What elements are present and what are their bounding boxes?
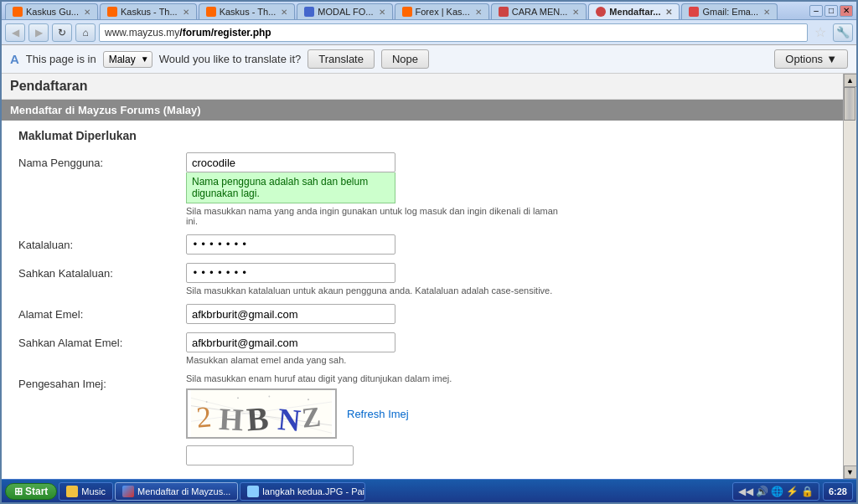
language-selector-wrapper: Malay ▼ (103, 51, 152, 68)
tab-favicon-5 (499, 7, 509, 17)
tab-favicon-6 (596, 7, 606, 17)
bookmark-button[interactable]: ☆ (811, 23, 830, 42)
email-field-container (186, 304, 521, 324)
tab-close-0[interactable]: ✕ (84, 8, 90, 17)
confirm-password-input[interactable] (186, 263, 395, 283)
refresh-captcha-link[interactable]: Refresh Imej (347, 408, 409, 420)
svg-text:B: B (246, 400, 270, 437)
tab-close-6[interactable]: ✕ (665, 8, 672, 17)
tab-close-1[interactable]: ✕ (183, 8, 189, 17)
reload-button[interactable]: ↻ (52, 23, 72, 42)
captcha-image: 2 H B N Z (186, 388, 337, 439)
scroll-thumb[interactable] (844, 87, 855, 121)
taskbar: ⊞ Start Music Mendaftar di Mayzus... lan… (2, 479, 856, 502)
tray-icon-3: 🌐 (771, 486, 783, 497)
svg-point-11 (268, 396, 270, 398)
scrollbar[interactable]: ▲ ▼ (843, 74, 856, 479)
tab-6[interactable]: Mendaftar... ✕ (588, 3, 680, 19)
tab-4[interactable]: Forex | Kas... ✕ (395, 3, 489, 19)
minimize-button[interactable]: – (809, 5, 823, 17)
scroll-track[interactable] (844, 87, 856, 465)
form-section: Maklumat Diperlukan Nama Pengguna: Nama … (2, 121, 843, 479)
confirm-email-row: Sahkan Alamat Emel: Masukkan alamat emel… (18, 332, 826, 365)
tab-close-5[interactable]: ✕ (572, 8, 579, 17)
taskbar-folder-icon (66, 486, 78, 497)
section-title: Maklumat Diperlukan (18, 129, 826, 142)
scroll-up-button[interactable]: ▲ (844, 74, 857, 87)
menu-button[interactable]: 🔧 (833, 23, 853, 42)
confirm-email-field-container: Masukkan alamat emel anda yang sah. (186, 332, 521, 365)
username-valid-message: Nama pengguna adalah sah dan belum digun… (186, 172, 395, 203)
email-label: Alamat Emel: (18, 304, 186, 321)
confirm-email-label: Sahkan Alamat Emel: (18, 332, 186, 349)
svg-text:H: H (218, 402, 244, 437)
password-input[interactable] (186, 234, 395, 255)
nope-button[interactable]: Nope (381, 49, 429, 69)
section-header: Mendaftar di Mayzus Forums (Malay) (2, 100, 843, 121)
tab-close-7[interactable]: ✕ (763, 8, 770, 17)
tray-icon-2: 🔊 (756, 486, 768, 497)
email-row: Alamat Emel: (18, 304, 826, 324)
email-hint: Masukkan alamat emel anda yang sah. (186, 355, 563, 365)
title-bar: Kaskus Gu... ✕ Kaskus - Th... ✕ Kaskus -… (2, 2, 856, 20)
tab-favicon-0 (13, 7, 23, 17)
taskbar-item-browser[interactable]: Mendaftar di Mayzus... (115, 482, 238, 501)
email-input[interactable] (186, 304, 395, 324)
options-button[interactable]: Options ▼ (774, 49, 848, 69)
password-hint: Sila masukkan katalaluan untuk akaun pen… (186, 285, 563, 296)
tray-icon-5: 🔒 (801, 486, 814, 497)
tab-close-3[interactable]: ✕ (379, 8, 385, 17)
username-label: Nama Pengguna: (18, 152, 186, 169)
svg-point-9 (206, 401, 208, 403)
svg-text:Z: Z (300, 401, 322, 434)
confirm-password-label: Sahkan Katalaluan: (18, 263, 186, 280)
system-tray: ◀◀ 🔊 🌐 ⚡ 🔒 (732, 482, 819, 501)
start-icon: ⊞ (14, 486, 23, 497)
captcha-input-row (186, 445, 521, 465)
page-title: Pendaftaran (10, 79, 835, 94)
password-field-container (186, 234, 521, 255)
taskbar-item-paint[interactable]: langkah kedua.JPG - Paint (240, 482, 365, 501)
svg-text:N: N (277, 402, 302, 437)
username-input[interactable] (186, 152, 395, 172)
tab-favicon-3 (304, 7, 314, 17)
confirm-password-field-container: Sila masukkan katalaluan untuk akaun pen… (186, 263, 521, 296)
taskbar-item-music[interactable]: Music (59, 482, 113, 501)
taskbar-right: ◀◀ 🔊 🌐 ⚡ 🔒 6:28 (732, 482, 853, 501)
tab-3[interactable]: MODAL FO... ✕ (297, 3, 392, 19)
username-field-container: Nama pengguna adalah sah dan belum digun… (186, 152, 521, 226)
home-button[interactable]: ⌂ (75, 23, 96, 42)
tab-5[interactable]: CARA MEN... ✕ (491, 3, 587, 19)
tab-favicon-7 (689, 7, 699, 17)
captcha-field-container: Sila masukkan enam huruf atau digit yang… (186, 373, 521, 465)
tab-0[interactable]: Kaskus Gu... ✕ (5, 3, 98, 19)
svg-point-12 (308, 399, 309, 400)
translate-icon: A (10, 52, 19, 66)
address-bar[interactable]: www.mayzus.my/forum/register.php (99, 23, 808, 42)
tab-favicon-2 (206, 7, 216, 17)
svg-text:2: 2 (195, 399, 213, 434)
confirm-password-row: Sahkan Katalaluan: Sila masukkan katalal… (18, 263, 826, 296)
tab-close-4[interactable]: ✕ (475, 8, 482, 17)
captcha-input[interactable] (186, 445, 354, 465)
confirm-email-input[interactable] (186, 332, 395, 352)
forward-button[interactable]: ▶ (28, 23, 49, 42)
username-hint: Sila masukkan nama yang anda ingin gunak… (186, 206, 563, 226)
maximize-button[interactable]: □ (824, 5, 838, 17)
tab-1[interactable]: Kaskus - Th... ✕ (100, 3, 197, 19)
tab-2[interactable]: Kaskus - Th... ✕ (199, 3, 296, 19)
tray-icon-4: ⚡ (786, 486, 799, 497)
close-button[interactable]: ✕ (840, 5, 853, 17)
tab-close-2[interactable]: ✕ (281, 8, 287, 17)
captcha-row: Pengesahan Imej: Sila masukkan enam huru… (18, 373, 826, 465)
translate-button[interactable]: Translate (308, 49, 375, 69)
back-button[interactable]: ◀ (5, 23, 25, 42)
main-content: Pendaftaran Mendaftar di Mayzus Forums (… (2, 74, 843, 479)
browser-window: Kaskus Gu... ✕ Kaskus - Th... ✕ Kaskus -… (0, 0, 858, 504)
language-select[interactable]: Malay (103, 51, 152, 68)
scroll-down-button[interactable]: ▼ (844, 465, 857, 479)
tab-7[interactable]: Gmail: Ema... ✕ (681, 3, 778, 19)
start-button[interactable]: ⊞ Start (5, 483, 57, 500)
taskbar-chrome-icon (122, 486, 134, 497)
clock: 6:28 (823, 482, 853, 501)
